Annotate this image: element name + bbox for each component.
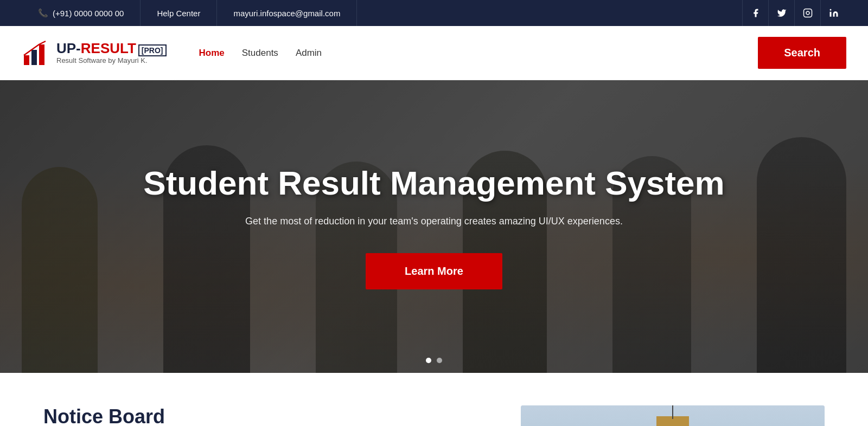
email-label: mayuri.infospace@gmail.com [233,9,340,18]
logo-text: UP-RESULT[PRO] Result Software by Mayuri… [56,41,167,64]
notice-board-section: Notice Board [43,405,477,426]
top-bar: 📞 (+91) 0000 0000 00 Help Center mayuri.… [0,0,868,26]
logo-up: UP- [56,40,81,56]
search-button[interactable]: Search [758,37,846,69]
instagram-icon[interactable] [794,0,820,26]
svg-rect-5 [31,50,37,65]
hero-dot-1[interactable] [426,358,431,363]
nav-students[interactable]: Students [242,48,278,59]
castle-image [521,405,825,426]
learn-more-button[interactable]: Learn More [366,253,502,289]
navbar: UP-RESULT[PRO] Result Software by Mayuri… [0,26,868,80]
help-center-label: Help Center [157,9,200,18]
castle-flag [672,405,673,419]
svg-rect-0 [803,9,812,17]
hero-section: Student Result Management System Get the… [0,80,868,373]
facebook-icon[interactable] [742,0,768,26]
nav-links: Home Students Admin [199,48,322,59]
logo-result: RESULT [81,40,136,56]
phone-number: (+91) 0000 0000 00 [53,9,124,18]
nav-admin[interactable]: Admin [296,48,322,59]
hero-subtitle: Get the most of reduction in your team's… [143,216,724,227]
logo-subtitle: Result Software by Mayuri K. [56,56,167,64]
svg-rect-6 [39,44,44,65]
hero-dot-2[interactable] [437,358,442,363]
hero-dots [426,358,442,363]
logo-pro: [PRO] [138,44,167,56]
notice-board-title: Notice Board [43,405,477,426]
email-item[interactable]: mayuri.infospace@gmail.com [217,0,357,26]
svg-rect-4 [24,55,29,65]
below-hero-section: Notice Board [0,373,868,426]
linkedin-icon[interactable] [820,0,846,26]
twitter-icon[interactable] [768,0,794,26]
svg-point-3 [829,9,831,11]
hero-content: Student Result Management System Get the… [89,164,778,289]
phone-bar-item: 📞 (+91) 0000 0000 00 [22,0,141,26]
help-center-item[interactable]: Help Center [141,0,217,26]
logo-icon [22,39,50,67]
hero-title: Student Result Management System [143,164,724,202]
nav-home[interactable]: Home [199,48,225,59]
phone-icon: 📞 [38,8,48,18]
logo[interactable]: UP-RESULT[PRO] Result Software by Mayuri… [22,39,167,67]
social-links [742,0,846,26]
svg-rect-2 [829,12,831,17]
